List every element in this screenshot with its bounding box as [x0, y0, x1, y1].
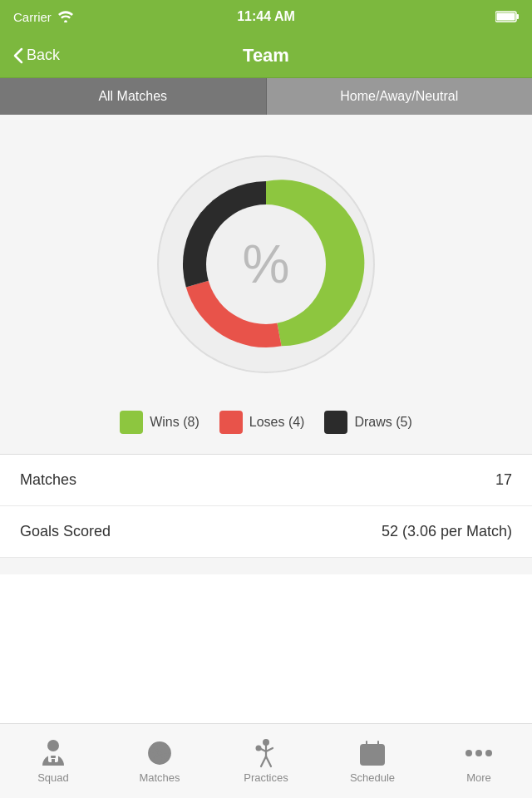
- status-right: [495, 10, 519, 23]
- tab-practices[interactable]: Practices: [213, 724, 319, 798]
- squad-icon: [38, 738, 68, 768]
- carrier-label: Carrier: [13, 10, 52, 24]
- svg-rect-3: [497, 13, 515, 21]
- tab-matches-label: Matches: [139, 771, 180, 784]
- page-title: Team: [243, 45, 289, 66]
- tab-matches[interactable]: Matches: [106, 724, 213, 798]
- status-time: 11:44 AM: [237, 9, 295, 24]
- status-left: Carrier: [13, 10, 73, 24]
- legend-draws-label: Draws (5): [354, 415, 411, 430]
- svg-rect-8: [52, 759, 55, 762]
- back-button[interactable]: Back: [13, 47, 60, 64]
- stat-label-matches: Matches: [20, 471, 76, 489]
- stat-value-matches: 17: [495, 471, 512, 489]
- back-chevron-icon: [13, 47, 23, 64]
- svg-rect-24: [377, 754, 381, 756]
- svg-point-17: [256, 746, 262, 751]
- svg-point-10: [158, 751, 162, 756]
- practices-icon: [251, 738, 281, 768]
- wifi-icon: [58, 11, 73, 22]
- tab-schedule-label: Schedule: [350, 771, 395, 784]
- svg-line-14: [266, 748, 273, 751]
- legend-loses-color: [219, 411, 243, 434]
- legend-draws: Draws (5): [324, 411, 411, 434]
- tab-all-matches[interactable]: All Matches: [0, 78, 266, 115]
- legend-wins: Wins (8): [120, 411, 200, 434]
- donut-chart: %: [133, 131, 399, 397]
- status-bar: Carrier 11:44 AM: [0, 0, 532, 33]
- legend-loses: Loses (4): [219, 411, 305, 434]
- svg-point-11: [263, 739, 269, 746]
- svg-line-16: [266, 756, 271, 766]
- tab-squad[interactable]: Squad: [0, 724, 106, 798]
- top-tabs: All Matches Home/Away/Neutral: [0, 78, 532, 115]
- svg-point-27: [466, 750, 472, 756]
- stat-value-goals: 52 (3.06 per Match): [382, 523, 512, 540]
- main-content: % Wins (8) Loses (4) Draws (5) Matches 1…: [0, 115, 532, 574]
- svg-rect-23: [371, 754, 374, 756]
- chart-legend: Wins (8) Loses (4) Draws (5): [103, 411, 429, 434]
- tab-practices-label: Practices: [244, 771, 288, 784]
- schedule-icon: [357, 738, 387, 768]
- svg-point-28: [475, 750, 482, 756]
- svg-point-5: [47, 740, 59, 751]
- more-icon: [464, 738, 494, 768]
- chart-center-symbol: %: [243, 234, 290, 295]
- back-label: Back: [27, 47, 60, 64]
- svg-rect-26: [371, 759, 374, 761]
- svg-rect-22: [364, 754, 367, 756]
- stats-section: Matches 17 Goals Scored 52 (3.06 per Mat…: [0, 454, 532, 558]
- svg-line-15: [261, 756, 266, 766]
- svg-rect-7: [51, 756, 56, 758]
- tab-more[interactable]: More: [426, 724, 532, 798]
- matches-icon: [145, 738, 175, 768]
- legend-draws-color: [324, 411, 347, 434]
- svg-point-29: [485, 750, 492, 756]
- bottom-tab-bar: Squad Matches: [0, 723, 532, 798]
- svg-rect-2: [517, 14, 520, 19]
- svg-point-0: [64, 20, 67, 22]
- stat-row-matches: Matches 17: [0, 455, 532, 506]
- tab-more-label: More: [466, 771, 491, 784]
- tab-home-away-neutral[interactable]: Home/Away/Neutral: [267, 78, 533, 115]
- stat-row-goals: Goals Scored 52 (3.06 per Match): [0, 506, 532, 558]
- legend-loses-label: Loses (4): [249, 415, 305, 430]
- stat-label-goals: Goals Scored: [20, 523, 111, 540]
- legend-wins-label: Wins (8): [150, 415, 200, 430]
- battery-icon: [495, 10, 519, 23]
- svg-rect-25: [364, 759, 367, 761]
- tab-squad-label: Squad: [37, 771, 69, 784]
- nav-bar: Back Team: [0, 33, 532, 78]
- legend-wins-color: [120, 411, 143, 434]
- tab-schedule[interactable]: Schedule: [319, 724, 426, 798]
